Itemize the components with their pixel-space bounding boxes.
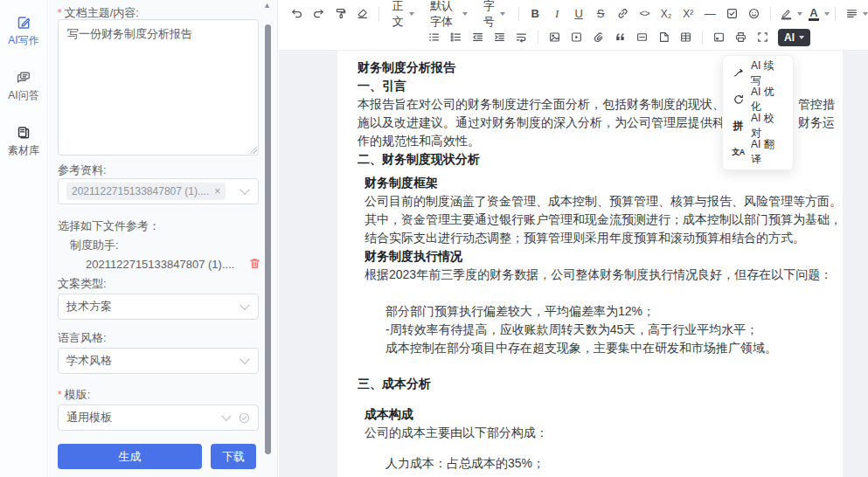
task-checkbox-icon[interactable] xyxy=(722,3,742,24)
menu-item-ai-optimize[interactable]: AI 优化 xyxy=(723,86,793,113)
style-select[interactable]: 学术风格 xyxy=(58,348,259,374)
insert-video-icon[interactable] xyxy=(566,27,587,47)
style-value: 学术风格 xyxy=(66,353,112,369)
ordered-list-icon[interactable] xyxy=(446,27,466,47)
doc-subheading: 财务制度框架 xyxy=(365,174,827,192)
menu-item-ai-translate[interactable]: 文A AI 翻译 xyxy=(723,139,793,165)
print-icon[interactable] xyxy=(731,27,751,47)
insert-image-icon[interactable] xyxy=(545,27,565,47)
ai-tools-button[interactable]: AI xyxy=(778,29,810,46)
tag-close-icon[interactable]: × xyxy=(214,185,220,197)
inline-code-button[interactable]: <> xyxy=(635,3,655,24)
eraser-icon[interactable] xyxy=(352,3,372,24)
caret-down-icon[interactable] xyxy=(824,12,830,16)
toolbar-separator xyxy=(702,31,703,45)
doc-line: 根据2023年前三季度的财务数据，公司整体财务制度执行情况良好，但存在以下问题： xyxy=(365,266,827,284)
menu-item-label: AI 优化 xyxy=(751,85,784,114)
template-label: *模版: xyxy=(58,387,90,403)
copy-type-select[interactable]: 技术方案 xyxy=(58,294,259,320)
indent-icon[interactable] xyxy=(490,27,510,47)
toolbar-separator xyxy=(518,7,519,21)
caret-down-icon xyxy=(462,12,468,16)
caret-down-icon xyxy=(799,36,804,39)
paragraph-style-value: 正文 xyxy=(392,0,404,30)
subscript-button[interactable]: X₂ xyxy=(656,3,677,24)
required-asterisk: * xyxy=(58,7,62,19)
toolbar-row-2: AI xyxy=(423,25,868,49)
menu-item-ai-proofread[interactable]: 拼 AI 校对 xyxy=(723,113,793,139)
ai-writing-icon xyxy=(16,15,31,31)
attachment-icon[interactable] xyxy=(588,27,608,47)
required-asterisk: * xyxy=(58,389,62,401)
menu-item-ai-continue[interactable]: AI 续写 xyxy=(723,60,793,86)
page-break-icon[interactable] xyxy=(654,27,674,47)
redo-icon[interactable] xyxy=(309,3,329,24)
superscript-button[interactable]: X² xyxy=(678,3,698,24)
generate-button[interactable]: 生成 xyxy=(58,444,202,469)
sidebar-item-label: AI问答 xyxy=(8,88,38,103)
divider-block-icon[interactable] xyxy=(632,27,652,47)
horizontal-rule-button[interactable]: — xyxy=(700,3,720,24)
download-button[interactable]: 下载 xyxy=(211,444,256,469)
template-select[interactable]: 通用模板 xyxy=(58,404,259,431)
link-icon[interactable] xyxy=(613,3,633,24)
doc-line: 结合实际支出进行动态调整；预算管理则采用年度预算和滚动预算相结合的方式。 xyxy=(365,229,827,247)
editor-toolbar: 正文 默认字体 字号 B I U S <> X₂ X² — xyxy=(279,0,868,51)
italic-button[interactable]: I xyxy=(547,3,567,24)
menu-item-label: AI 续写 xyxy=(751,59,784,88)
panel-scrollbar-thumb[interactable] xyxy=(265,24,271,454)
paragraph-style-select[interactable]: 正文 xyxy=(385,3,422,24)
sidebar-item-ai-qa[interactable]: AI问答 xyxy=(0,70,47,103)
font-size-value: 字号 xyxy=(483,0,495,30)
font-family-select[interactable]: 默认字体 xyxy=(422,3,476,24)
emoji-icon[interactable] xyxy=(744,3,764,24)
style-label: 语言风格: xyxy=(58,330,107,346)
ai-optimize-icon xyxy=(732,93,745,107)
toolbar-separator xyxy=(538,31,538,45)
sidebar-item-ai-writing[interactable]: AI写作 xyxy=(0,15,47,48)
menu-item-label: AI 翻译 xyxy=(751,137,784,167)
doc-list-item: -周转效率有待提高，应收账款周转天数为45天，高于行业平均水平； xyxy=(385,321,827,339)
ai-proofread-icon: 拼 xyxy=(732,120,745,133)
font-color-icon[interactable]: A xyxy=(803,3,823,24)
doc-list-item: 人力成本：占总成本的35%； xyxy=(385,454,827,473)
outdent-icon[interactable] xyxy=(468,27,488,47)
ai-dropdown-menu: AI 续写 AI 优化 拼 AI 校对 文A AI 翻译 xyxy=(722,55,794,170)
app: AI写作 AI问答 素材库 xyxy=(0,0,868,477)
scroll-up-icon[interactable]: ▲ xyxy=(263,1,271,10)
caret-down-icon[interactable] xyxy=(797,12,802,16)
reference-label: 参考资料: xyxy=(58,162,107,178)
chevron-down-icon xyxy=(221,411,231,421)
code-block-icon[interactable] xyxy=(709,27,729,47)
toolbar-row-1: 正文 默认字体 字号 B I U S <> X₂ X² — xyxy=(279,2,868,25)
font-size-select[interactable]: 字号 xyxy=(476,3,513,24)
format-painter-icon[interactable] xyxy=(330,3,351,24)
blockquote-icon[interactable] xyxy=(610,27,630,47)
sidebar-item-label: AI写作 xyxy=(8,33,38,48)
text-wrap-icon[interactable] xyxy=(511,27,531,47)
caret-down-icon xyxy=(409,12,414,16)
ai-chip-label: AI xyxy=(784,31,795,44)
chevron-down-icon xyxy=(240,301,249,310)
doc-line: 公司目前的制度涵盖了资金管理、成本控制、预算管理、核算与报告、风险管理等方面。 xyxy=(365,192,827,211)
fullscreen-icon[interactable] xyxy=(753,27,773,47)
undo-icon[interactable] xyxy=(287,3,307,24)
bold-button[interactable]: B xyxy=(525,3,545,24)
insert-table-icon[interactable] xyxy=(676,27,696,47)
strikethrough-button[interactable]: S xyxy=(591,3,611,24)
align-icon[interactable] xyxy=(842,3,862,24)
check-circle-icon xyxy=(238,411,251,427)
doc-line: 公司的成本主要由以下部分构成： xyxy=(365,424,827,442)
topic-input[interactable]: 写一份财务制度分析报告 xyxy=(58,19,259,156)
reference-select[interactable]: 2021122715133847807 (1).... × xyxy=(58,178,259,204)
doc-list-item: 部分部门预算执行偏差较大，平均偏差率为12%； xyxy=(385,302,827,321)
reference-tag-text: 2021122715133847807 (1).... xyxy=(72,185,209,197)
material-library-icon xyxy=(16,125,31,141)
textarea-resize-handle[interactable] xyxy=(249,146,257,154)
caret-down-icon[interactable] xyxy=(863,12,868,16)
bullet-list-icon[interactable] xyxy=(424,27,444,47)
delete-file-icon[interactable] xyxy=(248,257,261,270)
sidebar-item-material-library[interactable]: 素材库 xyxy=(0,125,47,158)
underline-button[interactable]: U xyxy=(569,3,589,24)
highlight-color-icon[interactable] xyxy=(776,3,796,24)
